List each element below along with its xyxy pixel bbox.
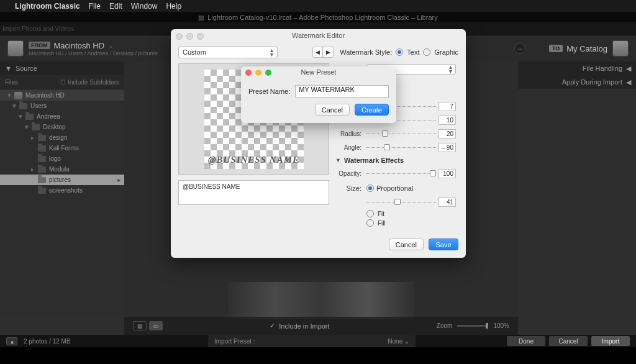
angle-slider[interactable] (366, 143, 436, 152)
editor-title: Watermark Editor (171, 32, 466, 39)
effects-section-header[interactable]: ▼Watermark Effects (335, 157, 456, 164)
folder-icon (38, 188, 46, 194)
new-preset-dialog: New Preset Preset Name: MY WATERMARK Can… (241, 66, 396, 123)
tree-kali[interactable]: Kali Forms (0, 143, 124, 153)
angle-value[interactable]: – 90 (438, 143, 456, 152)
menu-app-name[interactable]: Lightroom Classic (15, 2, 80, 11)
mac-menu-bar: Lightroom Classic File Edit Window Help (0, 0, 636, 12)
hdd-icon (14, 92, 22, 99)
tree-desktop[interactable]: ▼Desktop (0, 122, 124, 132)
radius-slider[interactable] (366, 129, 436, 138)
size-proportional-radio[interactable] (366, 184, 374, 192)
preset-name-input[interactable]: MY WATERMARK (295, 85, 389, 98)
angle-label: Angle: (335, 144, 361, 151)
expand-button[interactable]: ▴ (6, 337, 17, 345)
folder-icon (32, 124, 40, 130)
file-handling-panel[interactable]: File Handling◀ (518, 61, 636, 75)
status-text: 2 photos / 12 MB (24, 338, 71, 345)
menu-help[interactable]: Help (166, 2, 181, 11)
opacity-slider[interactable] (366, 169, 436, 178)
editor-cancel-button[interactable]: Cancel (389, 239, 424, 250)
size-value[interactable]: 41 (438, 198, 456, 207)
zoom-value: 100% (493, 322, 509, 329)
hd-icon (7, 40, 24, 57)
tree-pictures[interactable]: pictures▸ (0, 175, 124, 185)
size-slider[interactable] (366, 198, 436, 206)
preset-name-label: Preset Name: (248, 88, 290, 95)
folder-icon (38, 145, 46, 152)
zoom-slider[interactable] (457, 325, 488, 327)
cancel-button[interactable]: Cancel (549, 336, 588, 346)
value-top[interactable]: 7 (438, 102, 456, 111)
sheet-cancel-button[interactable]: Cancel (315, 104, 350, 116)
watermark-preview-text: @BUSINESS NAME (208, 155, 299, 165)
folder-icon (25, 114, 34, 120)
folder-icon (38, 166, 46, 173)
menu-window[interactable]: Window (131, 2, 158, 11)
apply-during-import-panel[interactable]: Apply During Import◀ (518, 75, 636, 89)
done-button[interactable]: Done (507, 336, 545, 346)
offset-value[interactable]: 10 (438, 116, 456, 125)
radius-value[interactable]: 20 (438, 129, 456, 139)
dest-catalog[interactable]: My Catalog (566, 44, 607, 53)
wm-style-label: Watermark Style: (340, 48, 392, 56)
tree-design[interactable]: ▸design (0, 132, 124, 143)
folder-icon (19, 103, 27, 109)
folder-icon (38, 177, 46, 183)
preview-toolbar: ▦ ▭ ✓Include in Import Zoom 100% (124, 317, 518, 335)
folder-icon (38, 135, 46, 141)
watermark-editor-dialog: Watermark Editor Custom▴▾ ◀▶ Watermark S… (171, 29, 466, 258)
watermark-preset-select[interactable]: Custom▴▾ (178, 46, 278, 58)
window-titlebar: Lightroom Catalog-v10.lrcat – Adobe Phot… (0, 12, 636, 23)
dest-back-button[interactable]: → (514, 43, 525, 54)
menu-file[interactable]: File (89, 2, 101, 11)
tree-screenshots[interactable]: screenshots (0, 185, 124, 196)
editor-save-button[interactable]: Save (429, 239, 458, 250)
sheet-title: New Preset (241, 68, 396, 76)
menu-edit[interactable]: Edit (109, 2, 122, 11)
tree-root[interactable]: ▼Macintosh HD (0, 90, 124, 101)
grid-view-button[interactable]: ▦ (133, 321, 147, 330)
zoom-label: Zoom (437, 322, 453, 329)
breadcrumb: Macintosh HD / Users / Andreea / Desktop… (29, 50, 158, 57)
folder-icon (38, 156, 46, 162)
to-badge: TO (549, 45, 563, 52)
tree-modula[interactable]: ▸Modula (0, 164, 124, 175)
tree-users[interactable]: ▼Users (0, 101, 124, 111)
import-button[interactable]: Import (591, 336, 630, 346)
watermark-text-input[interactable]: @BUSINESS NAME (178, 180, 329, 205)
source-panel-header[interactable]: ▼Source (0, 61, 124, 75)
next-page-icon: ▶ (323, 47, 333, 57)
tree-logo[interactable]: logo (0, 153, 124, 164)
background-thumbnail (228, 282, 414, 319)
source-drive[interactable]: Macintosh HD (54, 41, 105, 50)
tree-andreea[interactable]: ▼Andreea (0, 111, 124, 122)
size-fit-radio[interactable] (366, 210, 374, 217)
files-label: Files (5, 79, 18, 86)
right-panels: File Handling◀ Apply During Import◀ (518, 61, 636, 335)
size-fill-radio[interactable] (366, 219, 374, 227)
wm-style-text-radio[interactable] (396, 48, 403, 56)
chevron-down-icon[interactable]: ⌄ (108, 42, 114, 50)
from-badge: FROM (29, 42, 50, 49)
radius-label: Radius: (335, 130, 361, 137)
folder-tree: ▼Macintosh HD ▼Users ▼Andreea ▼Desktop ▸… (0, 89, 124, 197)
sheet-create-button[interactable]: Create (355, 104, 389, 116)
window-title-text: Lightroom Catalog-v10.lrcat – Adobe Phot… (198, 14, 438, 21)
import-preset-bar[interactable]: Import Preset : None ⌄ (208, 335, 416, 347)
include-subfolders[interactable]: ☐ Include Subfolders (60, 79, 119, 86)
prev-page-icon: ◀ (313, 47, 323, 57)
page-nav[interactable]: ◀▶ (312, 47, 334, 58)
catalog-icon (612, 40, 629, 57)
opacity-value[interactable]: 100 (438, 169, 456, 178)
source-panel: ▼Source Files ☐ Include Subfolders ▼Maci… (0, 61, 124, 335)
include-in-import[interactable]: ✓Include in Import (270, 322, 329, 330)
wm-style-graphic-radio[interactable] (423, 48, 430, 56)
opacity-label: Opacity: (335, 170, 361, 177)
loupe-view-button[interactable]: ▭ (149, 321, 163, 330)
footer-bar: ▴ 2 photos / 12 MB Import Preset : None … (0, 335, 636, 347)
size-label: Size: (335, 184, 361, 192)
